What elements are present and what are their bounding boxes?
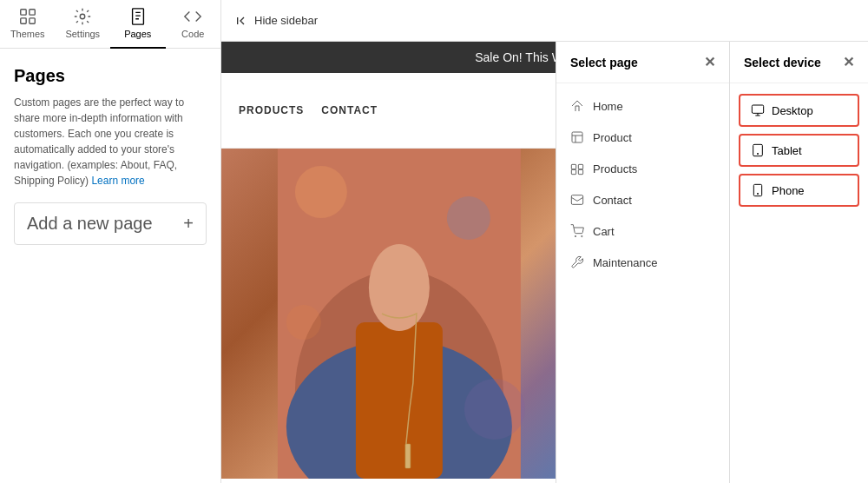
toolbar-code-label: Code (181, 29, 204, 39)
page-item-maintenance-label: Maintenance (593, 256, 657, 269)
select-device-panel: Select device ✕ Desktop (729, 42, 868, 483)
device-phone[interactable]: Phone (739, 174, 859, 207)
select-page-header: Select page ✕ (556, 42, 729, 83)
select-page-panel: Select page ✕ Home (556, 42, 729, 483)
svg-rect-12 (405, 444, 411, 468)
nav-links: PRODUCTS CONTACT (239, 104, 378, 116)
nav-link-contact[interactable]: CONTACT (321, 104, 378, 116)
page-item-home-label: Home (593, 100, 623, 113)
main-area: Hide sidebar Sale On! This Week Only! PR… (221, 0, 868, 483)
device-tablet-label: Tablet (772, 144, 802, 157)
main-content: Sale On! This Week Only! PRODUCTS CONTAC… (221, 42, 868, 483)
phone-icon (751, 183, 765, 197)
product-page-icon (570, 130, 584, 144)
toolbar-themes[interactable]: Themes (0, 0, 56, 49)
svg-point-4 (81, 14, 86, 19)
toolbar-settings[interactable]: Settings (56, 0, 111, 49)
maintenance-page-icon (570, 255, 584, 269)
toolbar-pages-label: Pages (124, 29, 151, 39)
add-page-button[interactable]: Add a new page + (14, 202, 207, 245)
svg-point-13 (295, 166, 347, 218)
page-item-product[interactable]: Product (556, 122, 729, 153)
svg-point-23 (575, 235, 575, 236)
device-list: Desktop Tablet (730, 83, 868, 217)
cart-page-icon (570, 224, 584, 238)
nav-link-products[interactable]: PRODUCTS (239, 104, 304, 116)
svg-point-27 (757, 153, 758, 154)
product-image (221, 149, 577, 479)
svg-rect-18 (571, 164, 575, 169)
svg-rect-21 (578, 169, 582, 174)
page-item-product-label: Product (593, 131, 632, 144)
select-page-close-button[interactable]: ✕ (704, 54, 715, 70)
hide-sidebar-icon (235, 14, 249, 28)
page-item-cart[interactable]: Cart (556, 215, 729, 247)
pages-description: Custom pages are the perfect way to shar… (14, 95, 207, 189)
svg-point-14 (447, 196, 490, 240)
toolbar-themes-label: Themes (10, 29, 45, 39)
select-device-title: Select device (744, 56, 821, 69)
toolbar-pages[interactable]: Pages (110, 0, 166, 49)
svg-rect-0 (21, 10, 26, 15)
main-toolbar: Themes Settings Pages Code (0, 0, 220, 49)
main-topbar: Hide sidebar (221, 0, 868, 42)
svg-rect-19 (578, 164, 582, 169)
pages-title: Pages (14, 66, 207, 86)
page-item-cart-label: Cart (593, 225, 615, 238)
page-item-maintenance[interactable]: Maintenance (556, 247, 729, 278)
select-device-close-button[interactable]: ✕ (843, 54, 854, 70)
hide-sidebar-label: Hide sidebar (254, 14, 318, 27)
svg-rect-5 (132, 9, 143, 24)
page-list: Home Product (556, 83, 729, 285)
page-item-products[interactable]: Products (556, 153, 729, 184)
svg-rect-10 (356, 322, 443, 479)
products-page-icon (570, 162, 584, 175)
page-item-products-label: Products (593, 162, 637, 175)
home-icon (570, 99, 584, 113)
add-page-plus-icon: + (183, 214, 194, 234)
left-sidebar: Themes Settings Pages Code Pages Cu (0, 0, 221, 483)
device-desktop-label: Desktop (772, 104, 813, 117)
learn-more-link[interactable]: Learn more (91, 175, 144, 187)
svg-rect-2 (21, 18, 26, 23)
add-page-label: Add a new page (27, 214, 153, 234)
svg-rect-22 (571, 195, 582, 205)
svg-point-15 (286, 305, 321, 340)
svg-rect-3 (30, 18, 35, 23)
device-tablet[interactable]: Tablet (739, 134, 859, 167)
svg-rect-20 (571, 169, 575, 174)
toolbar-code[interactable]: Code (166, 0, 221, 49)
desktop-icon (751, 103, 765, 117)
svg-point-16 (464, 379, 525, 440)
page-item-contact[interactable]: Contact (556, 184, 729, 215)
toolbar-settings-label: Settings (65, 29, 100, 39)
contact-page-icon (570, 193, 584, 207)
device-desktop[interactable]: Desktop (739, 94, 859, 127)
product-photo (221, 149, 577, 479)
svg-point-24 (582, 235, 582, 236)
device-phone-label: Phone (772, 184, 805, 197)
pages-content: Pages Custom pages are the perfect way t… (0, 49, 220, 483)
page-item-contact-label: Contact (593, 194, 632, 207)
svg-rect-17 (572, 132, 582, 142)
select-page-title: Select page (570, 56, 638, 69)
page-item-home[interactable]: Home (556, 90, 729, 122)
hide-sidebar-button[interactable]: Hide sidebar (235, 14, 318, 28)
right-panel: Select page ✕ Home (556, 42, 868, 483)
svg-rect-25 (752, 105, 763, 113)
select-device-header: Select device ✕ (730, 42, 868, 83)
svg-rect-1 (30, 10, 35, 15)
tablet-icon (751, 143, 765, 157)
svg-point-29 (757, 193, 758, 194)
